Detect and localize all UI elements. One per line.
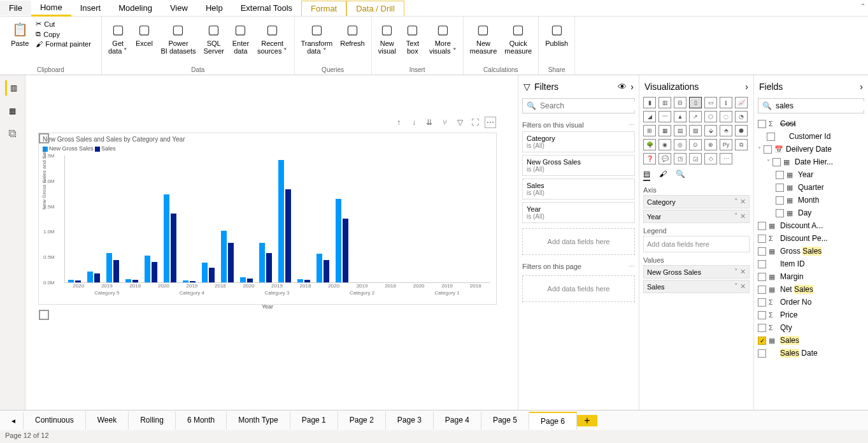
field-item[interactable]: ΣDiscount Pe... xyxy=(758,232,864,245)
field-item[interactable]: ▦Discount A... xyxy=(758,219,864,232)
chart-visual[interactable]: ↑ ↓ ⇊ ⑂ ▽ ⛶ ⋯ New Gross Sales and Sales … xyxy=(38,133,497,305)
viz-type-0[interactable]: ▮ xyxy=(643,97,656,108)
transform-button[interactable]: ▢Transformdata ˅ xyxy=(299,19,336,56)
viz-type-24[interactable]: ⊙ xyxy=(689,139,702,150)
viz-type-20[interactable]: ⬢ xyxy=(735,125,748,136)
chevron-right-icon[interactable]: › xyxy=(630,82,634,92)
drill-up-icon[interactable]: ↑ xyxy=(393,117,404,128)
page-tab[interactable]: Page 2 xyxy=(338,412,386,430)
more-icon[interactable]: ⋯ xyxy=(485,117,496,128)
field-item[interactable]: Item ID xyxy=(758,258,864,270)
page-tab[interactable]: Page 3 xyxy=(386,412,434,430)
viz-type-4[interactable]: ▭ xyxy=(704,97,717,108)
viz-type-19[interactable]: ⬘ xyxy=(720,125,732,136)
filter-page-dropzone[interactable]: Add data fields here xyxy=(522,275,635,302)
format-painter-button[interactable]: 🖌 Format painter xyxy=(34,40,93,48)
menu-view[interactable]: View xyxy=(161,1,197,15)
viz-type-5[interactable]: ⫿ xyxy=(720,97,732,108)
field-item[interactable]: ▦Month xyxy=(758,194,864,207)
page-tab[interactable]: Continuous xyxy=(24,412,86,430)
scroll-left[interactable]: ◂ xyxy=(0,412,24,429)
more-icon[interactable]: ⋯ xyxy=(629,263,635,270)
viz-type-22[interactable]: ◉ xyxy=(658,139,671,150)
viz-type-13[interactable]: ◔ xyxy=(735,111,748,122)
chevron-right-icon[interactable]: › xyxy=(745,82,748,92)
viz-type-17[interactable]: ▧ xyxy=(689,125,702,136)
sql-button[interactable]: ▢SQLServer xyxy=(201,19,227,56)
viz-picker[interactable]: ▮▥⊟▯▭⫿📈◢〰▲↗⬡◌◔⊞▦▤▧⬙⬘⬢🌳◉◎⊙⊕Py⧉❓💬◳◲◇⋯ xyxy=(643,97,750,164)
paste-button[interactable]: 📋 Paste xyxy=(8,19,31,48)
menu-data-drill[interactable]: Data / Drill xyxy=(346,1,404,16)
fields-tab-icon[interactable]: ▤ xyxy=(643,170,650,181)
filter-card[interactable]: Yearis (All) xyxy=(522,202,635,223)
fields-search-input[interactable] xyxy=(776,101,868,110)
viz-type-15[interactable]: ▦ xyxy=(658,125,671,136)
hierarchy-icon[interactable]: ⑂ xyxy=(439,117,450,128)
viz-type-6[interactable]: 📈 xyxy=(735,97,748,108)
filters-search-input[interactable] xyxy=(540,101,636,110)
excel-button[interactable]: ▢Excel xyxy=(132,19,155,48)
field-item[interactable]: ▦Net Sales xyxy=(758,283,864,296)
expand-all-icon[interactable]: ⇊ xyxy=(423,117,435,128)
viz-type-8[interactable]: 〰 xyxy=(658,111,671,122)
filter-dropzone[interactable]: Add data fields here xyxy=(522,228,635,255)
field-well[interactable]: New Gross Sales˅ ✕ xyxy=(643,265,750,279)
field-well[interactable]: Sales˅ ✕ xyxy=(643,280,750,293)
field-item[interactable]: ▦Quarter xyxy=(758,181,864,194)
field-well[interactable]: Year˅ ✕ xyxy=(643,210,750,223)
viz-type-29[interactable]: 💬 xyxy=(658,153,671,164)
format-tab-icon[interactable]: 🖌 xyxy=(659,170,667,181)
filter-icon[interactable]: ▽ xyxy=(454,117,466,128)
page-tab[interactable]: Rolling xyxy=(129,412,176,430)
analytics-tab-icon[interactable]: 🔍 xyxy=(676,170,685,181)
viz-type-16[interactable]: ▤ xyxy=(674,125,687,136)
viz-type-30[interactable]: ◳ xyxy=(674,153,687,164)
viz-type-27[interactable]: ⧉ xyxy=(735,139,748,150)
recent-button[interactable]: ▢Recentsources ˅ xyxy=(255,19,290,56)
field-item[interactable]: Sales Date xyxy=(758,347,864,359)
field-item[interactable]: ΣQty xyxy=(758,321,864,334)
filters-search[interactable]: 🔍 xyxy=(522,98,635,113)
viz-type-2[interactable]: ⊟ xyxy=(674,97,687,108)
legend-well[interactable]: Add data fields here xyxy=(643,236,750,252)
refresh-button[interactable]: ▢Refresh xyxy=(338,19,367,48)
field-item[interactable]: ˅📅Deilvery Date xyxy=(758,143,864,156)
field-item[interactable]: ▦Margin xyxy=(758,270,864,283)
ribbon-collapse[interactable]: ⌃ xyxy=(860,3,865,10)
filter-card[interactable]: New Gross Salesis (All) xyxy=(522,155,635,176)
field-item[interactable]: ΣOrder No xyxy=(758,296,864,309)
menu-format[interactable]: Format xyxy=(301,1,346,16)
field-item[interactable]: ✓▦Sales xyxy=(758,334,864,347)
page-tab[interactable]: Page 6 xyxy=(529,412,577,430)
focus-icon[interactable]: ⛶ xyxy=(469,117,481,128)
viz-type-18[interactable]: ⬙ xyxy=(704,125,717,136)
menu-home[interactable]: Home xyxy=(31,0,71,17)
viz-type-21[interactable]: 🌳 xyxy=(643,139,656,150)
fields-search[interactable]: 🔍 xyxy=(758,98,864,113)
page-tab[interactable]: 6 Month xyxy=(176,412,227,430)
filter-card[interactable]: Categoryis (All) xyxy=(522,131,635,152)
quick-button[interactable]: ▢Quickmeasure xyxy=(502,19,534,56)
enter-button[interactable]: ▢Enterdata xyxy=(229,19,252,56)
text-button[interactable]: ▢Textbox xyxy=(401,19,424,56)
viz-type-9[interactable]: ▲ xyxy=(674,111,687,122)
viz-type-1[interactable]: ▥ xyxy=(658,97,671,108)
page-tab[interactable]: Page 4 xyxy=(434,412,481,430)
copy-button[interactable]: ⧉ Copy xyxy=(34,29,93,39)
viz-type-10[interactable]: ↗ xyxy=(689,111,702,122)
field-item[interactable]: ˅▦Date Hier... xyxy=(758,156,864,168)
field-item[interactable]: ΣCost xyxy=(758,117,864,130)
viz-type-14[interactable]: ⊞ xyxy=(643,125,656,136)
viz-type-26[interactable]: Py xyxy=(720,139,732,150)
more-button[interactable]: ▢Morevisuals ˅ xyxy=(427,19,459,56)
page-tab[interactable]: Month Type xyxy=(227,412,290,430)
viz-type-31[interactable]: ◲ xyxy=(689,153,702,164)
data-view-icon[interactable]: ▦ xyxy=(5,103,20,119)
viz-type-25[interactable]: ⊕ xyxy=(704,139,717,150)
more-icon[interactable]: ⋯ xyxy=(629,121,635,129)
cut-button[interactable]: ✂ Cut xyxy=(34,19,93,29)
menu-modeling[interactable]: Modeling xyxy=(110,1,161,15)
drill-down-icon[interactable]: ↓ xyxy=(408,117,420,128)
chevron-right-icon[interactable]: › xyxy=(860,82,863,92)
get-button[interactable]: ▢Getdata ˅ xyxy=(106,19,130,56)
